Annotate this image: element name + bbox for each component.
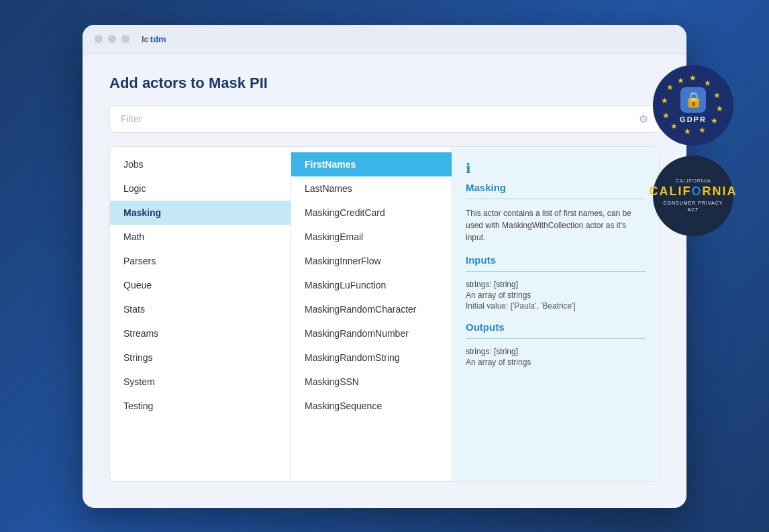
- main-panel: Jobs Logic Masking Math Parsers Queue St…: [109, 146, 660, 482]
- left-item-masking[interactable]: Masking: [110, 201, 291, 225]
- info-icon: ℹ: [466, 160, 646, 176]
- detail-description: This actor contains a list of first name…: [466, 207, 646, 244]
- logo-lc: lc: [142, 34, 149, 44]
- inputs-field-label: strings: [string]: [466, 280, 646, 289]
- gdpr-badge: ★ ★ ★ ★ ★ ★ ★ ★ ★ ★ ★ ★ 🔒 GDPR: [653, 65, 733, 146]
- left-item-testing[interactable]: Testing: [110, 394, 291, 418]
- traffic-light-3[interactable]: [121, 35, 130, 43]
- divider-1: [466, 199, 646, 199]
- filter-placeholder: Filter: [121, 113, 142, 124]
- badge-container: ★ ★ ★ ★ ★ ★ ★ ★ ★ ★ ★ ★ 🔒 GDPR: [653, 65, 733, 236]
- middle-item-maskingemail[interactable]: MaskingEmail: [291, 225, 452, 249]
- inputs-field-desc: An array of strings: [466, 290, 646, 300]
- left-item-stats[interactable]: Stats: [110, 297, 291, 321]
- logo-tdm: tdm: [150, 34, 166, 44]
- filter-bar[interactable]: Filter ⚙: [109, 105, 660, 133]
- middle-item-maskingrandomcharacter[interactable]: MaskingRandomCharacter: [291, 297, 452, 321]
- detail-section-title: Masking: [466, 182, 646, 193]
- left-item-logic[interactable]: Logic: [110, 176, 291, 201]
- outputs-field-desc: An array of strings: [466, 358, 646, 367]
- inputs-field-initial: Initial value: ['Paula', 'Beatrice']: [466, 301, 646, 311]
- ccpa-badge: CALIFORNIA CALIFORNIA CONSUMER PRIVACY A…: [653, 156, 733, 236]
- filter-icon: ⚙: [639, 113, 648, 125]
- middle-item-firstnames[interactable]: FirstNames: [291, 152, 452, 176]
- middle-item-maskingsequence[interactable]: MaskingSequence: [291, 394, 452, 418]
- left-item-strings[interactable]: Strings: [110, 345, 291, 370]
- middle-column: FirstNames LastNames MaskingCreditCard M…: [291, 147, 452, 481]
- middle-item-maskingcreditcard[interactable]: MaskingCreditCard: [291, 201, 452, 225]
- middle-item-maskinglufunction[interactable]: MaskingLuFunction: [291, 273, 452, 297]
- browser-window: lctdm Add actors to Mask PII Filter ⚙ Jo…: [83, 25, 686, 508]
- browser-content: Add actors to Mask PII Filter ⚙ Jobs Log…: [83, 54, 686, 504]
- left-item-queue[interactable]: Queue: [110, 273, 291, 297]
- divider-2: [466, 271, 646, 272]
- middle-item-maskingssn[interactable]: MaskingSSN: [291, 370, 452, 394]
- outputs-title: Outputs: [466, 321, 646, 333]
- ccpa-california: CALIFORNIA: [650, 185, 737, 197]
- ccpa-sub: CONSUMER PRIVACY ACT: [660, 200, 727, 213]
- divider-3: [466, 338, 646, 339]
- ccpa-pre: CALIFORNIA: [675, 178, 711, 184]
- gdpr-text: GDPR: [680, 115, 707, 123]
- left-item-streams[interactable]: Streams: [110, 321, 291, 345]
- left-item-parsers[interactable]: Parsers: [110, 249, 291, 273]
- middle-item-maskinginnerflow[interactable]: MaskingInnerFlow: [291, 249, 452, 273]
- outputs-section: Outputs strings: [string] An array of st…: [466, 321, 646, 367]
- traffic-light-2[interactable]: [108, 35, 116, 43]
- titlebar: lctdm: [83, 25, 686, 54]
- left-item-jobs[interactable]: Jobs: [110, 152, 291, 176]
- left-item-math[interactable]: Math: [110, 225, 291, 249]
- right-panel: ℹ Masking This actor contains a list of …: [452, 147, 659, 481]
- traffic-light-1[interactable]: [95, 35, 103, 43]
- middle-item-lastnames[interactable]: LastNames: [291, 176, 452, 201]
- inputs-section: Inputs strings: [string] An array of str…: [466, 254, 646, 311]
- left-item-system[interactable]: System: [110, 370, 291, 394]
- inputs-title: Inputs: [466, 254, 646, 266]
- outputs-field-label: strings: [string]: [466, 347, 646, 356]
- middle-item-maskingrandomstring[interactable]: MaskingRandomString: [291, 345, 452, 370]
- middle-item-maskingrandomnumber[interactable]: MaskingRandomNumber: [291, 321, 452, 345]
- page-title: Add actors to Mask PII: [109, 74, 660, 92]
- logo: lctdm: [142, 34, 166, 44]
- left-column: Jobs Logic Masking Math Parsers Queue St…: [110, 147, 291, 481]
